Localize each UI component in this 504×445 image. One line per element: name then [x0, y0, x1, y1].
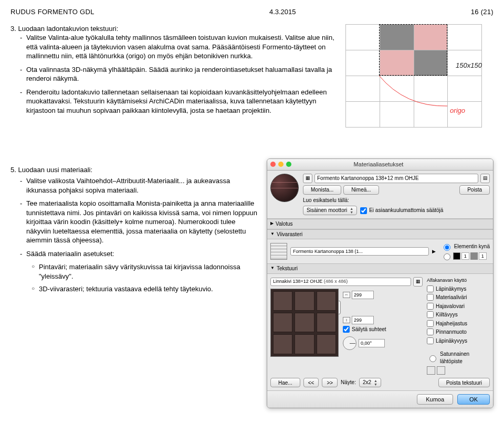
alpha-cb-4[interactable]: Hajaheijastus	[427, 320, 490, 327]
section-valotus-header[interactable]: ▶Valotus	[267, 219, 493, 229]
angle-input[interactable]	[359, 339, 385, 347]
remove-texture-button[interactable]: Poista tekstuuri	[438, 378, 490, 387]
doc-date: 4.3.2015	[269, 7, 296, 17]
custom-pen-radio[interactable]	[444, 253, 450, 260]
angle-wheel-icon[interactable]	[343, 336, 356, 350]
sec3-bullet3: Renderoitu ladontakuvio tallennetaan sel…	[26, 88, 336, 115]
window-minimize-icon[interactable]	[278, 162, 284, 167]
alpha-channel-title: Alfakanavan käyttö	[427, 277, 490, 283]
sec3-bullet2: Ota valinnasta 3D-näkymä ylhäältäpäin. S…	[26, 65, 336, 83]
alpha-cb-0[interactable]: Läpinäkymys	[427, 285, 490, 293]
engine-select[interactable]: Sisäinen moottori▲▼	[303, 206, 357, 215]
sec3-bullet1: Valitse Valinta-alue työkalulla tehty ma…	[26, 33, 336, 61]
alpha-cb-2[interactable]: Hajavalovari	[427, 303, 490, 310]
duplicate-button[interactable]: Monista...	[303, 185, 341, 195]
window-close-icon[interactable]	[270, 162, 276, 167]
preview-engine-label: Luo esikatselu tällä:	[303, 197, 349, 204]
alpha-cb-1[interactable]: Materiaaliväri	[427, 294, 490, 301]
pen-number-2[interactable]: 1	[479, 252, 487, 260]
pen-swatch-1[interactable]	[453, 252, 460, 260]
sec5-bullet1: Valitse valikosta Vaihtoehdot–Attribuuti…	[26, 176, 259, 195]
delete-button[interactable]: Poista	[459, 185, 490, 195]
sample-select[interactable]: 2x2▲▼	[359, 378, 381, 387]
cancel-button[interactable]: Kumoa	[417, 394, 453, 405]
dropdown-icon[interactable]: ▶	[432, 248, 436, 255]
section-tekstuuri-header[interactable]: ▼Tekstuuri	[267, 263, 493, 274]
height-input[interactable]	[352, 316, 374, 324]
hatch-name-field[interactable]: Formento Kartanonoppa 138 (1...	[290, 247, 429, 256]
dialog-title: Materiaaliasetukset	[291, 161, 466, 168]
alpha-cb-5[interactable]: Pinnanmuoto	[427, 329, 490, 336]
page-number: 16 (21)	[471, 7, 494, 17]
pen-number-1[interactable]: 1	[461, 252, 469, 260]
height-icon: ↕	[343, 317, 350, 323]
mirror-v-icon[interactable]	[437, 366, 445, 375]
alpha-cb-6[interactable]: Läpinäkyvyys	[427, 337, 490, 345]
grid-icon[interactable]: ▦	[303, 174, 312, 183]
width-icon: ↔	[343, 292, 350, 298]
prev-texture-button[interactable]: <<	[303, 378, 319, 387]
mirror-h-icon[interactable]	[427, 366, 435, 375]
figure-grid-diagram: 150x150 origo	[345, 24, 482, 149]
next-texture-button[interactable]: >>	[322, 378, 338, 387]
browse-button[interactable]: Hae...	[270, 378, 300, 387]
list-icon[interactable]: ▤	[480, 174, 490, 183]
texture-mode-icon[interactable]: ▦	[413, 277, 423, 287]
sec5-bullet2: Tee materiaalista kopio osoittamalla Mon…	[26, 199, 259, 245]
element-pen-radio[interactable]: Elementin kynä	[441, 242, 490, 251]
texture-name-field[interactable]: Linnakivi 138+12 OHJE (486 x 486)	[270, 278, 411, 286]
hatch-swatch-icon[interactable]	[270, 243, 287, 260]
section-viivarasteri-header[interactable]: ▼Viivarasteri	[267, 229, 493, 240]
section5-title: 5. Luodaan uusi materiaali:	[10, 165, 259, 175]
material-preview-sphere	[270, 174, 299, 202]
section3-title: 3. Luodaan ladontakuvion tekstuuri:	[10, 24, 336, 34]
texture-preview	[270, 289, 339, 357]
texture-dimensions: (486 x 486)	[324, 278, 348, 284]
width-input[interactable]	[352, 291, 374, 299]
sec5-sub1: Pintaväri; materiaalin sävy värityskuvis…	[39, 262, 259, 281]
keep-proportions-checkbox[interactable]: Säilytä suhteet	[343, 326, 386, 333]
sec5-bullet3: Säädä materiaalin asetukset:	[26, 249, 259, 259]
size-label: 150x150	[456, 61, 482, 70]
unrelated-checkbox[interactable]: Ei asiaankuulumattomia säätöjä	[360, 207, 443, 214]
rename-button[interactable]: Nimeä...	[343, 185, 379, 195]
ok-button[interactable]: OK	[457, 394, 490, 405]
origo-label: origo	[450, 106, 465, 115]
window-zoom-icon[interactable]	[286, 162, 291, 167]
random-origin-radio[interactable]: Satunnainen lähtöpiste	[427, 351, 490, 365]
sec5-sub2: 3D-viivarasteri; tektuuria vastaava edel…	[39, 284, 213, 294]
material-settings-dialog: Materiaaliasetukset ▦ Formento Kartanono…	[267, 158, 494, 409]
material-name-field[interactable]: Formento Kartanonoppa 138+12 mm OHJE	[314, 174, 478, 183]
pen-swatch-2[interactable]	[470, 252, 478, 260]
sample-label: Näyte:	[341, 379, 356, 386]
alpha-cb-3[interactable]: Kiiltävyys	[427, 311, 490, 319]
doc-title: RUDUS FORMENTO GDL	[10, 7, 94, 17]
